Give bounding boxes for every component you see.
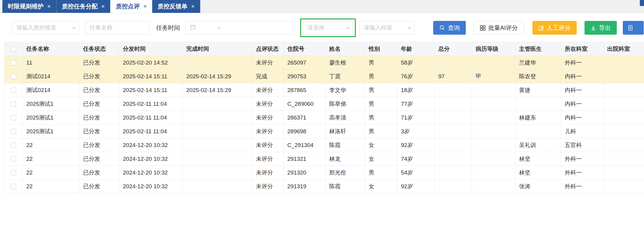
table-cell: 李文华 xyxy=(326,83,365,97)
table-cell xyxy=(472,138,515,152)
table-row[interactable]: 2025测试1已分发2025-02-11 11:04未评分286371高孝清男7… xyxy=(4,111,644,125)
edit-icon xyxy=(538,25,544,31)
row-checkbox[interactable] xyxy=(11,156,16,162)
tab-2[interactable]: 质控任务分配× xyxy=(57,0,111,13)
table-cell: 2024-12-20 10:32 xyxy=(119,166,183,180)
row-checkbox[interactable] xyxy=(11,170,16,175)
row-checkbox[interactable] xyxy=(11,115,16,120)
column-header[interactable]: 姓名 xyxy=(326,42,365,56)
table-row[interactable]: 2025测试1已分发2025-02-11 11:04未评分289698林洛轩男3… xyxy=(4,125,644,138)
column-header[interactable]: 性别 xyxy=(365,42,397,56)
column-header[interactable]: 所在科室 xyxy=(561,42,604,56)
table-row[interactable]: 22已分发2024-12-20 10:32未评分C_291304陈霞女92岁吴礼… xyxy=(4,138,644,152)
table-cell xyxy=(604,70,644,83)
department-select[interactable]: 请输入科室 xyxy=(359,21,415,35)
tab-close-icon[interactable]: × xyxy=(143,3,147,10)
column-header[interactable]: 任务名称 xyxy=(23,42,80,56)
tab-close-icon[interactable]: × xyxy=(191,3,195,10)
column-header[interactable]: 任务状态 xyxy=(80,42,119,56)
table-cell: 未评分 xyxy=(252,180,284,193)
table-cell xyxy=(604,111,644,125)
table-cell: 未评分 xyxy=(252,97,284,111)
row-checkbox[interactable] xyxy=(11,74,16,79)
row-checkbox[interactable] xyxy=(11,88,16,93)
table-cell: 已分发 xyxy=(80,166,119,180)
column-header[interactable]: 年龄 xyxy=(397,42,435,56)
table-cell xyxy=(604,97,644,111)
tab-1[interactable]: 时限规则维护× xyxy=(2,0,57,13)
table-cell: 2025测试1 xyxy=(23,111,80,125)
row-checkbox[interactable] xyxy=(11,101,16,107)
table-row[interactable]: 11已分发2025-02-20 14:52未评分265097廖生根男58岁兰建华… xyxy=(4,56,644,70)
table-cell xyxy=(183,152,252,166)
task-time-range-input[interactable]: - xyxy=(185,21,293,35)
table-cell: 已分发 xyxy=(80,180,119,193)
table-cell xyxy=(604,180,644,193)
tab-close-icon[interactable]: × xyxy=(101,3,105,10)
table-cell: 林坚 xyxy=(515,166,561,180)
row-checkbox-cell xyxy=(4,70,23,83)
table-cell xyxy=(604,166,644,180)
table-row[interactable]: 测试0214已分发2025-02-14 15:112025-02-14 15:2… xyxy=(4,83,644,97)
table-cell: 22 xyxy=(23,166,80,180)
table-cell xyxy=(435,97,472,111)
table-cell xyxy=(435,152,472,166)
table-cell xyxy=(604,138,644,152)
table-row[interactable]: 22已分发2024-12-20 10:32未评分291320郑光佺男54岁林坚外… xyxy=(4,166,644,180)
table-cell: 2025-02-11 11:04 xyxy=(119,111,183,125)
tab-3[interactable]: 质控点评× xyxy=(110,0,152,13)
column-header[interactable]: 病历等级 xyxy=(472,42,515,56)
annotation-highlight-box: 请选择 xyxy=(300,19,356,37)
table-cell xyxy=(435,166,472,180)
batch-ai-score-button[interactable]: 批量AI评分 xyxy=(474,21,524,35)
clipped-action-button[interactable] xyxy=(623,21,644,35)
row-checkbox[interactable] xyxy=(11,129,16,134)
table-cell: 男 xyxy=(365,111,397,125)
table-cell: 陈举俤 xyxy=(326,97,365,111)
select-all-checkbox[interactable] xyxy=(11,46,16,52)
tab-close-icon[interactable]: × xyxy=(47,3,51,10)
row-checkbox[interactable] xyxy=(11,184,16,189)
column-header[interactable]: 点评状态 xyxy=(252,42,284,56)
table-cell: 92岁 xyxy=(397,180,435,193)
column-header[interactable]: 出院科室 xyxy=(604,42,644,56)
task-name-input[interactable] xyxy=(85,21,149,35)
table-cell: 男 xyxy=(365,83,397,97)
table-cell xyxy=(183,138,252,152)
table-cell: 五官科 xyxy=(561,138,604,152)
tab-label: 质控点评 xyxy=(116,2,140,10)
query-button[interactable]: 查询 xyxy=(433,21,466,35)
date-range-separator: - xyxy=(196,25,242,31)
table-row[interactable]: 2025测试1已分发2025-02-11 11:04未评分C_289060陈举俤… xyxy=(4,97,644,111)
table-cell: 丁震 xyxy=(326,70,365,83)
table-cell: 外科一 xyxy=(561,152,604,166)
row-checkbox-cell xyxy=(4,152,23,166)
tab-4[interactable]: 质控反馈单× xyxy=(152,0,200,13)
table-cell: 甲 xyxy=(472,70,515,83)
review-status-select[interactable]: 请选择 xyxy=(303,21,353,35)
table-cell: 已分发 xyxy=(80,56,119,70)
row-checkbox[interactable] xyxy=(11,60,16,65)
column-header[interactable]: 完成时间 xyxy=(183,42,252,56)
table-cell: 未评分 xyxy=(252,138,284,152)
table-cell xyxy=(604,125,644,138)
qc-dimension-select[interactable]: 请输入质控维度 xyxy=(12,21,79,35)
manual-score-button-label: 人工评分 xyxy=(547,24,571,32)
table-cell: 74岁 xyxy=(397,152,435,166)
table-cell: 兰建华 xyxy=(515,56,561,70)
table-row[interactable]: 测试0214已分发2025-02-14 15:112025-02-14 15:2… xyxy=(4,70,644,83)
export-button[interactable]: 导出 xyxy=(585,21,617,35)
table-cell: 未评分 xyxy=(252,56,284,70)
column-header[interactable]: 主管医生 xyxy=(515,42,561,56)
table-row[interactable]: 22已分发2024-12-20 10:32未评分291321林龙女74岁林坚外科… xyxy=(4,152,644,166)
table-row[interactable]: 22已分发2024-12-20 10:32未评分291319陈霞女92岁张涛外科… xyxy=(4,180,644,193)
manual-score-button[interactable]: 人工评分 xyxy=(532,21,577,35)
table-cell: 77岁 xyxy=(397,97,435,111)
table-cell: 289698 xyxy=(284,125,326,138)
table-cell: 2025-02-14 15:11 xyxy=(119,70,183,83)
row-checkbox-cell xyxy=(4,56,23,70)
column-header[interactable]: 分发时间 xyxy=(119,42,183,56)
row-checkbox[interactable] xyxy=(11,143,16,148)
column-header[interactable]: 总分 xyxy=(435,42,472,56)
column-header[interactable]: 住院号 xyxy=(284,42,326,56)
